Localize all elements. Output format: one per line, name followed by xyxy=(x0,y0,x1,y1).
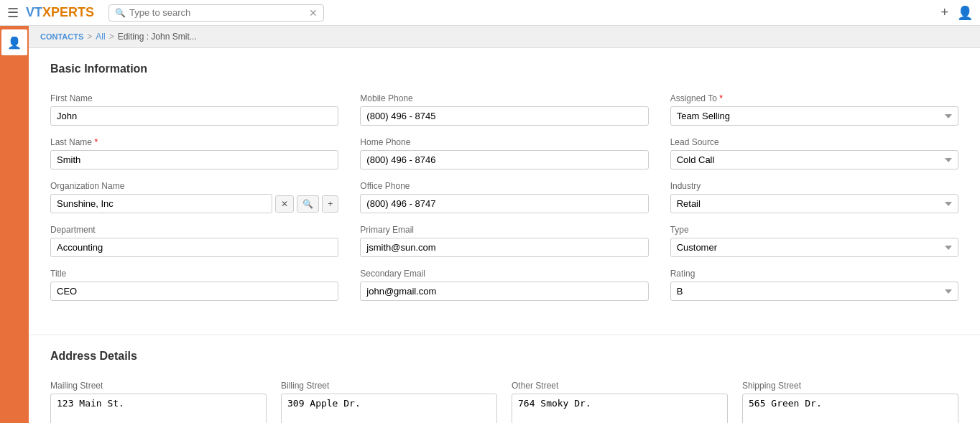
industry-label: Industry xyxy=(670,181,958,191)
billing-street-input[interactable]: 309 Apple Dr. xyxy=(281,394,497,423)
org-name-group: Organization Name ✕ 🔍 + xyxy=(50,181,338,213)
basic-info-section: Basic Information First Name Last Name * xyxy=(29,48,980,334)
main-content: CONTACTS > All > Editing : John Smit... … xyxy=(29,26,980,423)
title-label: Title xyxy=(50,269,338,279)
home-phone-label: Home Phone xyxy=(360,137,648,147)
sidebar: 👤 xyxy=(0,26,29,423)
breadcrumb-all[interactable]: All xyxy=(96,32,105,42)
rating-group: Rating B xyxy=(670,269,958,301)
industry-select[interactable]: Retail xyxy=(670,194,958,213)
basic-info-grid: First Name Last Name * Organization Name xyxy=(50,93,958,312)
mailing-street-input[interactable]: 123 Main St. xyxy=(50,394,267,423)
home-phone-group: Home Phone xyxy=(360,137,648,169)
department-group: Department xyxy=(50,225,338,257)
search-input[interactable] xyxy=(129,7,309,18)
logo-vt: VT xyxy=(26,5,42,20)
department-input[interactable] xyxy=(50,238,338,257)
assigned-to-label: Assigned To * xyxy=(670,93,958,103)
assigned-to-group: Assigned To * Team Selling xyxy=(670,93,958,126)
column-2: Mobile Phone Home Phone Office Phone Pri… xyxy=(360,93,648,312)
lead-source-group: Lead Source Cold Call xyxy=(670,137,958,169)
department-label: Department xyxy=(50,225,338,235)
breadcrumb-current: Editing : John Smit... xyxy=(118,32,197,42)
breadcrumb-contacts[interactable]: CONTACTS xyxy=(40,32,83,41)
mailing-street-label: Mailing Street xyxy=(50,381,267,391)
address-grid: Mailing Street 123 Main St. Copy Other A… xyxy=(50,381,958,423)
mobile-phone-label: Mobile Phone xyxy=(360,93,648,103)
user-icon[interactable]: 👤 xyxy=(957,5,973,21)
other-street-input[interactable]: 764 Smoky Dr. xyxy=(512,394,728,423)
first-name-label: First Name xyxy=(50,93,338,103)
title-group: Title xyxy=(50,269,338,301)
primary-email-label: Primary Email xyxy=(360,225,648,235)
first-name-group: First Name xyxy=(50,93,338,126)
title-input[interactable] xyxy=(50,282,338,301)
search-icon: 🔍 xyxy=(115,8,126,18)
add-icon[interactable]: + xyxy=(940,5,948,20)
search-bar[interactable]: 🔍 ✕ xyxy=(108,4,324,22)
office-phone-group: Office Phone xyxy=(360,181,648,213)
column-1: First Name Last Name * Organization Name xyxy=(50,93,338,312)
type-group: Type Customer xyxy=(670,225,958,257)
address-title: Address Details xyxy=(50,350,958,366)
mobile-phone-group: Mobile Phone xyxy=(360,93,648,126)
last-name-group: Last Name * xyxy=(50,137,338,169)
shipping-street-label: Shipping Street xyxy=(742,381,958,391)
shipping-street-input[interactable]: 565 Green Dr. xyxy=(742,394,958,423)
other-street-label: Other Street xyxy=(512,381,728,391)
layout: 👤 CONTACTS > All > Editing : John Smit..… xyxy=(0,26,980,423)
org-search-button[interactable]: 🔍 xyxy=(297,195,319,213)
org-add-button[interactable]: + xyxy=(322,195,338,213)
breadcrumb: CONTACTS > All > Editing : John Smit... xyxy=(29,26,980,48)
nav-right: + 👤 xyxy=(940,5,973,21)
primary-email-group: Primary Email xyxy=(360,225,648,257)
shipping-street-group: Shipping Street 565 Green Dr. xyxy=(742,381,958,423)
org-name-label: Organization Name xyxy=(50,181,338,191)
breadcrumb-sep2: > xyxy=(109,32,114,42)
primary-email-input[interactable] xyxy=(360,238,648,257)
breadcrumb-sep1: > xyxy=(87,32,92,42)
office-phone-input[interactable] xyxy=(360,194,648,213)
logo: VTXPERTS xyxy=(26,5,94,20)
logo-x: X xyxy=(42,5,51,20)
org-field-container: ✕ 🔍 + xyxy=(50,194,338,213)
rating-select[interactable]: B xyxy=(670,282,958,301)
secondary-email-group: Secondary Email xyxy=(360,269,648,301)
rating-label: Rating xyxy=(670,269,958,279)
type-select[interactable]: Customer xyxy=(670,238,958,257)
billing-street-label: Billing Street xyxy=(281,381,497,391)
column-3: Assigned To * Team Selling Lead Source C… xyxy=(670,93,958,312)
lead-source-select[interactable]: Cold Call xyxy=(670,150,958,169)
secondary-email-input[interactable] xyxy=(360,282,648,301)
last-name-label: Last Name * xyxy=(50,137,338,147)
mailing-street-group: Mailing Street 123 Main St. Copy Other A… xyxy=(50,381,267,423)
home-phone-input[interactable] xyxy=(360,150,648,169)
industry-group: Industry Retail xyxy=(670,181,958,213)
mobile-phone-input[interactable] xyxy=(360,106,648,126)
type-label: Type xyxy=(670,225,958,235)
last-name-input[interactable] xyxy=(50,150,338,169)
secondary-email-label: Secondary Email xyxy=(360,269,648,279)
org-name-input[interactable] xyxy=(50,194,272,213)
first-name-input[interactable] xyxy=(50,106,338,126)
billing-street-group: Billing Street 309 Apple Dr. xyxy=(281,381,497,423)
top-nav: ☰ VTXPERTS 🔍 ✕ + 👤 xyxy=(0,0,980,26)
search-clear-icon[interactable]: ✕ xyxy=(309,7,318,19)
office-phone-label: Office Phone xyxy=(360,181,648,191)
basic-info-title: Basic Information xyxy=(50,62,958,79)
address-section: Address Details Mailing Street 123 Main … xyxy=(29,335,980,423)
org-clear-button[interactable]: ✕ xyxy=(275,195,294,213)
sidebar-contacts-icon[interactable]: 👤 xyxy=(1,29,27,55)
assigned-to-select[interactable]: Team Selling xyxy=(670,106,958,126)
logo-experts: PERTS xyxy=(51,5,94,20)
hamburger-icon[interactable]: ☰ xyxy=(7,5,19,21)
other-street-group: Other Street 764 Smoky Dr. Copy Mailing … xyxy=(512,381,728,423)
lead-source-label: Lead Source xyxy=(670,137,958,147)
